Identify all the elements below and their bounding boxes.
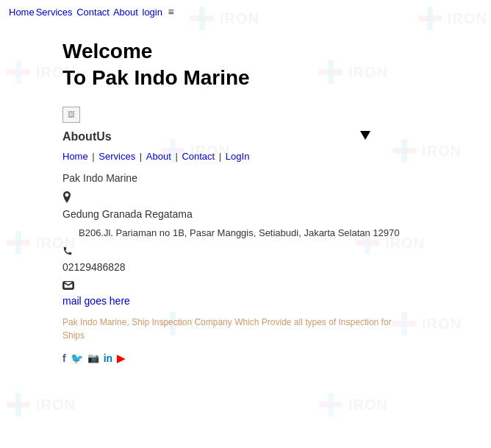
twitter-icon[interactable]: 🐦 <box>71 352 83 364</box>
location-icon <box>62 191 74 205</box>
instagram-icon[interactable]: 📷 <box>87 352 99 363</box>
sep2: | <box>140 151 145 162</box>
main-content: Welcome To Pak Indo Marine 🖼 AboutUs Hom… <box>0 24 491 379</box>
svg-rect-22 <box>319 402 343 408</box>
social-icons: f 🐦 📷 in ▶ <box>62 352 429 364</box>
tagline: Pak Indo Marine, Ship Inspection Company… <box>62 316 401 342</box>
email-link[interactable]: mail goes here <box>62 295 130 307</box>
linkedin-icon[interactable]: in <box>104 352 112 364</box>
sep3: | <box>175 151 180 162</box>
svg-rect-21 <box>15 393 21 416</box>
welcome-title: Welcome To Pak Indo Marine <box>62 38 429 92</box>
phone-icon <box>62 246 74 258</box>
phone-number: 02129486828 <box>62 261 429 273</box>
sec-nav-services[interactable]: Services <box>98 151 135 162</box>
sec-nav-home[interactable]: Home <box>62 151 88 162</box>
location-row <box>62 191 429 205</box>
svg-rect-23 <box>328 393 334 416</box>
top-navigation: HomeServices Contact About login ≡ <box>0 0 491 24</box>
nav-login[interactable]: login <box>143 7 162 18</box>
secondary-navigation: Home | Services | About | Contact | LogI… <box>62 151 429 162</box>
phone-row <box>62 246 429 258</box>
menu-icon[interactable]: ≡ <box>168 6 174 18</box>
email-row <box>62 280 429 292</box>
address: B206.Jl. Pariaman no 1B, Pasar Manggis, … <box>79 227 429 238</box>
sec-nav-login[interactable]: LogIn <box>226 151 250 162</box>
nav-services[interactable]: Services <box>36 7 73 18</box>
facebook-icon[interactable]: f <box>62 352 66 364</box>
email-icon <box>62 280 74 292</box>
email-link-container: mail goes here <box>62 295 429 307</box>
sec-nav-contact[interactable]: Contact <box>182 151 215 162</box>
sep1: | <box>92 151 97 162</box>
broken-image: 🖼 <box>62 107 80 123</box>
location-name: Gedung Granada Regatama <box>62 208 429 220</box>
nav-home[interactable]: Home <box>9 7 35 18</box>
nav-contact[interactable]: Contact <box>76 7 110 18</box>
nav-about[interactable]: About <box>113 7 138 18</box>
youtube-icon[interactable]: ▶ <box>117 352 125 364</box>
sec-nav-about[interactable]: About <box>146 151 171 162</box>
company-name: Pak Indo Marine <box>62 172 429 184</box>
svg-rect-20 <box>7 402 30 408</box>
about-us-heading: AboutUs <box>62 130 429 143</box>
sep4: | <box>219 151 224 162</box>
